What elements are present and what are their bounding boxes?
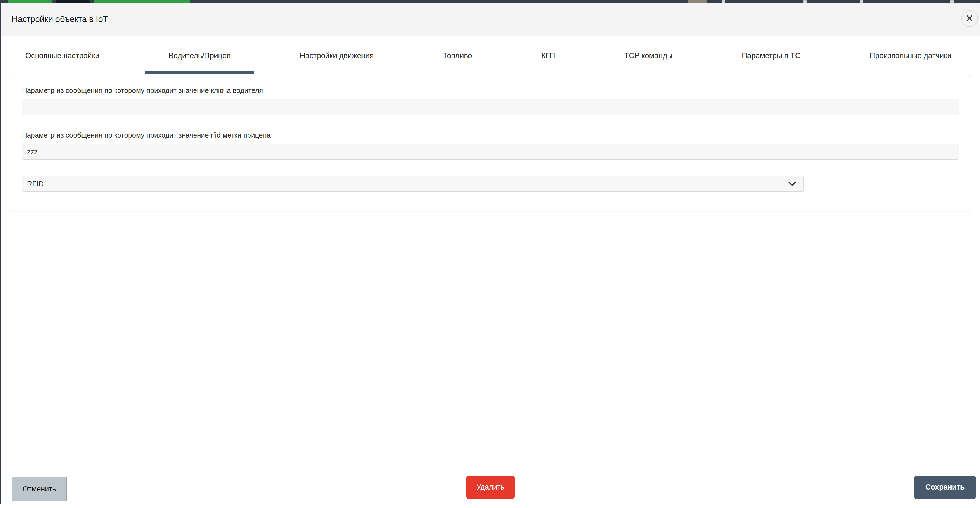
tab-kgp[interactable]: КГП xyxy=(541,37,555,74)
background-page-top-bar xyxy=(0,0,980,3)
tab-vehicle-params[interactable]: Параметры в ТС xyxy=(742,37,800,74)
trailer-rfid-param-label: Параметр из сообщения по которому приход… xyxy=(22,131,959,140)
tab-custom-sensors[interactable]: Произвольные датчики xyxy=(870,37,951,74)
cancel-button[interactable]: Отменить xyxy=(12,476,67,502)
tab-basic-settings[interactable]: Основные настройки xyxy=(25,37,99,74)
tab-movement-settings[interactable]: Настройки движения xyxy=(300,37,374,74)
iot-settings-dialog: Настройки объекта в IoT ✕ Основные настр… xyxy=(1,3,980,508)
screen: Настройки объекта в IoT ✕ Основные настр… xyxy=(0,0,980,508)
delete-button[interactable]: Удалить xyxy=(466,476,515,499)
background-toolbar-item xyxy=(688,0,707,3)
close-icon[interactable]: ✕ xyxy=(961,10,978,27)
background-toolbar-dot xyxy=(803,0,807,3)
save-button[interactable]: Сохранить xyxy=(914,476,976,499)
tab-fuel[interactable]: Топливо xyxy=(443,37,472,74)
background-toolbar-dot xyxy=(722,0,725,3)
background-toolbar-dot xyxy=(860,0,863,3)
driver-trailer-panel: Параметр из сообщения по которому приход… xyxy=(11,75,970,212)
tab-driver-trailer[interactable]: Водитель/Прицеп xyxy=(169,37,231,74)
tab-bar: Основные настройки Водитель/Прицеп Настр… xyxy=(1,36,980,74)
dialog-title: Настройки объекта в IoT xyxy=(12,14,108,24)
dialog-header: Настройки объекта в IoT xyxy=(1,3,980,36)
driver-key-param-input[interactable] xyxy=(22,99,959,115)
dialog-footer: Отменить Удалить Сохранить xyxy=(1,462,980,508)
chevron-down-icon xyxy=(788,181,796,186)
driver-key-param-label: Параметр из сообщения по которому приход… xyxy=(22,86,959,95)
background-logo-icon xyxy=(8,0,52,3)
rfid-type-selected-value: RFID xyxy=(27,180,44,188)
tab-tcp-commands[interactable]: TCP команды xyxy=(624,37,673,74)
background-logo-text-green xyxy=(94,0,190,3)
rfid-type-select[interactable]: RFID xyxy=(22,176,803,191)
trailer-rfid-param-input[interactable] xyxy=(22,144,959,159)
background-logo-text xyxy=(56,0,89,3)
background-toolbar-dot xyxy=(950,0,954,3)
